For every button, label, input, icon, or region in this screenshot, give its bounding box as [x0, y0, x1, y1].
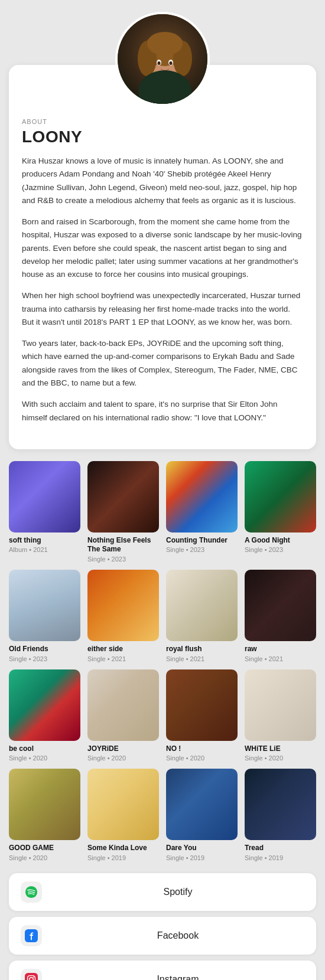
disco-item-no[interactable]: NO ! Single • 2020 [166, 669, 238, 762]
social-label-facebook: Facebook [51, 930, 304, 941]
disco-art-image-royal-flush [166, 570, 238, 641]
disco-title-soft-thing: soft thing [9, 536, 80, 545]
disco-meta-counting-thunder: Single • 2023 [166, 546, 238, 553]
disco-title-either-side: either side [87, 645, 159, 654]
disco-item-dare-you[interactable]: Dare You Single • 2019 [166, 769, 238, 861]
disco-art-old-friends [9, 570, 80, 641]
disco-art-image-old-friends [9, 570, 80, 641]
disco-meta-good-night: Single • 2023 [245, 546, 316, 553]
hero-section [0, 0, 325, 106]
disco-title-good-night: A Good Night [245, 536, 316, 545]
avatar [115, 12, 210, 106]
bio-paragraph-2: Born and raised in Scarborough, from the… [22, 215, 303, 281]
disco-title-tread: Tread [245, 844, 316, 853]
disco-art-image-dare-you [166, 769, 238, 840]
disco-item-counting-thunder[interactable]: Counting Thunder Single • 2023 [166, 461, 238, 563]
disco-meta-dare-you: Single • 2019 [166, 854, 238, 861]
disco-art-some-kinda-love [87, 769, 159, 840]
disco-meta-tread: Single • 2019 [245, 854, 316, 861]
artist-name: LOONY [22, 128, 303, 146]
disco-art-no [166, 669, 238, 741]
disco-item-either-side[interactable]: either side Single • 2021 [87, 570, 159, 662]
disco-meta-raw: Single • 2021 [245, 655, 316, 662]
disco-art-image-white-lie [245, 669, 316, 741]
social-icon-instagram [21, 969, 42, 980]
disco-meta-royal-flush: Single • 2021 [166, 655, 238, 662]
disco-item-soft-thing[interactable]: soft thing Album • 2021 [9, 461, 80, 563]
disco-art-dare-you [166, 769, 238, 840]
disco-meta-joyride: Single • 2020 [87, 754, 159, 762]
disco-item-some-kinda-love[interactable]: Some Kinda Love Single • 2019 [87, 769, 159, 861]
disco-meta-either-side: Single • 2021 [87, 655, 159, 662]
disco-art-image-no [166, 669, 238, 741]
discography-grid: soft thing Album • 2021 Nothing Else Fee… [9, 461, 316, 861]
disco-title-dare-you: Dare You [166, 844, 238, 853]
disco-meta-white-lie: Single • 2020 [245, 754, 316, 762]
disco-meta-nothing-else: Single • 2023 [87, 556, 159, 563]
disco-meta-soft-thing: Album • 2021 [9, 546, 80, 553]
disco-meta-no: Single • 2020 [166, 754, 238, 762]
disco-item-good-game[interactable]: GOOD GAME Single • 2020 [9, 769, 80, 861]
disco-art-royal-flush [166, 570, 238, 641]
disco-art-be-cool [9, 669, 80, 741]
disco-item-be-cool[interactable]: be cool Single • 2020 [9, 669, 80, 762]
disco-item-white-lie[interactable]: WHiTE LiE Single • 2020 [245, 669, 316, 762]
disco-item-tread[interactable]: Tread Single • 2019 [245, 769, 316, 861]
bio-paragraph-1: Kira Huszar knows a love of music is inn… [22, 155, 303, 207]
about-label: ABOUT [22, 118, 303, 125]
social-section: Spotify Facebook Instagram X [0, 873, 325, 980]
social-label-spotify: Spotify [51, 887, 304, 897]
disco-art-either-side [87, 570, 159, 641]
disco-title-no: NO ! [166, 744, 238, 754]
disco-title-be-cool: be cool [9, 744, 80, 754]
avatar-image [118, 14, 207, 104]
disco-art-tread [245, 769, 316, 840]
svg-rect-15 [25, 973, 38, 980]
page-wrapper: ABOUT LOONY Kira Huszar knows a love of … [0, 0, 325, 980]
disco-art-good-night [245, 461, 316, 533]
bio-paragraph-4: Two years later, back-to-back EPs, JOYRi… [22, 337, 303, 390]
disco-item-good-night[interactable]: A Good Night Single • 2023 [245, 461, 316, 563]
disco-art-image-tread [245, 769, 316, 840]
disco-meta-old-friends: Single • 2023 [9, 655, 80, 662]
disco-art-image-good-game [9, 769, 80, 840]
disco-item-raw[interactable]: raw Single • 2021 [245, 570, 316, 662]
svg-point-11 [170, 61, 173, 65]
disco-title-old-friends: Old Friends [9, 645, 80, 654]
disco-art-counting-thunder [166, 461, 238, 533]
disco-item-royal-flush[interactable]: royal flush Single • 2021 [166, 570, 238, 662]
disco-title-white-lie: WHiTE LiE [245, 744, 316, 754]
social-icon-spotify [21, 881, 42, 903]
disco-meta-some-kinda-love: Single • 2019 [87, 854, 159, 861]
disco-title-some-kinda-love: Some Kinda Love [87, 844, 159, 853]
svg-point-10 [158, 61, 161, 65]
disco-art-image-be-cool [9, 669, 80, 741]
disco-art-image-soft-thing [9, 461, 80, 533]
disco-art-joyride [87, 669, 159, 741]
disco-title-nothing-else: Nothing Else Feels The Same [87, 536, 159, 554]
disco-title-raw: raw [245, 645, 316, 654]
social-icon-facebook [21, 925, 42, 946]
disco-item-joyride[interactable]: JOYRiDE Single • 2020 [87, 669, 159, 762]
svg-point-18 [33, 976, 34, 978]
social-btn-spotify[interactable]: Spotify [9, 873, 316, 911]
svg-point-7 [147, 32, 183, 55]
disco-art-nothing-else [87, 461, 159, 533]
disco-item-nothing-else[interactable]: Nothing Else Feels The Same Single • 202… [87, 461, 159, 563]
social-btn-facebook[interactable]: Facebook [9, 917, 316, 955]
about-card: ABOUT LOONY Kira Huszar knows a love of … [9, 65, 316, 449]
disco-title-royal-flush: royal flush [166, 645, 238, 654]
disco-art-soft-thing [9, 461, 80, 533]
disco-item-old-friends[interactable]: Old Friends Single • 2023 [9, 570, 80, 662]
disco-meta-good-game: Single • 2020 [9, 854, 80, 861]
bio-paragraph-3: When her high school boyfriend was unexp… [22, 289, 303, 329]
social-btn-instagram[interactable]: Instagram [9, 961, 316, 980]
disco-art-image-joyride [87, 669, 159, 741]
disco-art-image-nothing-else [87, 461, 159, 533]
disco-art-image-either-side [87, 570, 159, 641]
disco-art-white-lie [245, 669, 316, 741]
disco-art-image-some-kinda-love [87, 769, 159, 840]
disco-art-good-game [9, 769, 80, 840]
social-label-instagram: Instagram [51, 974, 304, 980]
disco-art-image-raw [245, 570, 316, 641]
